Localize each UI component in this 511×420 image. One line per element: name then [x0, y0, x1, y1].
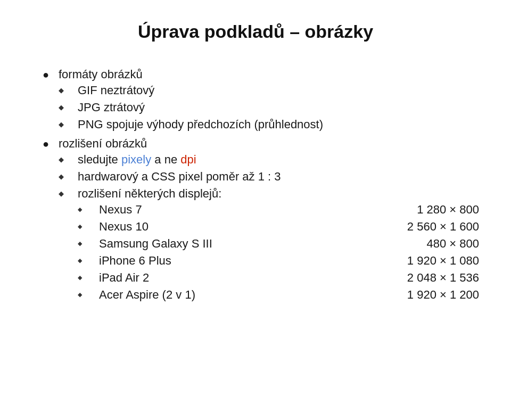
device-name-acer: Acer Aspire (2 v 1) — [99, 288, 280, 302]
device-res-samsung: 480 × 800 — [373, 237, 479, 251]
device-res-iphone6plus: 1 920 × 1 080 — [373, 254, 479, 268]
list-item-displays: rozlišení některých displejů: Nexus 7 1 … — [59, 187, 479, 302]
list-item-formats: formáty obrázků GIF neztrátový JPG ztrát… — [43, 68, 479, 131]
list-item-png: PNG spojuje výhody předchozích (průhledn… — [59, 118, 479, 131]
resolution-label: rozlišení obrázků — [59, 137, 147, 150]
pixels-text-mid: a ne — [151, 153, 180, 166]
list-item-nexus7: Nexus 7 1 280 × 800 — [78, 203, 479, 217]
list-item-css-pixel: hardwarový a CSS pixel poměr až 1 : 3 — [59, 170, 479, 184]
list-item-resolution: rozlišení obrázků sledujte pixely a ne d… — [43, 137, 479, 302]
device-name-samsung: Samsung Galaxy S III — [99, 237, 280, 251]
pixels-highlight-blue: pixely — [121, 153, 151, 166]
list-item-nexus10: Nexus 10 2 560 × 1 600 — [78, 220, 479, 234]
formats-label: formáty obrázků — [59, 68, 143, 81]
gif-label: GIF neztrátový — [78, 84, 154, 97]
png-label: PNG spojuje výhody předchozích (průhledn… — [78, 118, 323, 131]
list-item-gif: GIF neztrátový — [59, 84, 479, 97]
device-name-nexus10: Nexus 10 — [99, 220, 280, 234]
page-title: Úprava podkladů – obrázky — [32, 21, 479, 42]
device-res-nexus7: 1 280 × 800 — [373, 203, 479, 217]
resolution-sublist: sledujte pixely a ne dpi hardwarový a CS… — [59, 153, 479, 302]
displays-label: rozlišení některých displejů: — [78, 187, 221, 200]
pixels-text-plain: sledujte — [78, 153, 121, 166]
pixels-highlight-red: dpi — [180, 153, 196, 166]
devices-list: Nexus 7 1 280 × 800 Nexus 10 2 560 × 1 6… — [78, 203, 479, 302]
device-res-acer: 1 920 × 1 200 — [373, 288, 479, 302]
device-name-ipadair2: iPad Air 2 — [99, 271, 280, 285]
main-list: formáty obrázků GIF neztrátový JPG ztrát… — [43, 68, 479, 302]
device-name-iphone6plus: iPhone 6 Plus — [99, 254, 280, 268]
list-item-samsung: Samsung Galaxy S III 480 × 800 — [78, 237, 479, 251]
formats-sublist: GIF neztrátový JPG ztrátový PNG spojuje … — [59, 84, 479, 131]
device-name-nexus7: Nexus 7 — [99, 203, 280, 217]
device-res-ipadair2: 2 048 × 1 536 — [373, 271, 479, 285]
device-res-nexus10: 2 560 × 1 600 — [373, 220, 479, 234]
list-item-iphone6plus: iPhone 6 Plus 1 920 × 1 080 — [78, 254, 479, 268]
main-content: formáty obrázků GIF neztrátový JPG ztrát… — [32, 68, 479, 302]
list-item-ipadair2: iPad Air 2 2 048 × 1 536 — [78, 271, 479, 285]
list-item-acer: Acer Aspire (2 v 1) 1 920 × 1 200 — [78, 288, 479, 302]
list-item-jpg: JPG ztrátový — [59, 101, 479, 114]
css-pixel-label: hardwarový a CSS pixel poměr až 1 : 3 — [78, 170, 281, 183]
list-item-pixels: sledujte pixely a ne dpi — [59, 153, 479, 167]
jpg-label: JPG ztrátový — [78, 101, 145, 114]
